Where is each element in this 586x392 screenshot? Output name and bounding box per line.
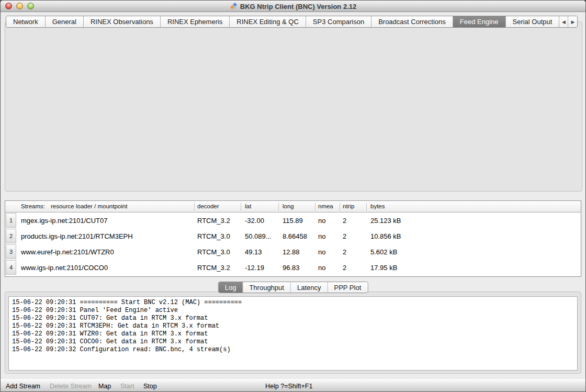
header-ntrip: ntrip xyxy=(343,203,354,209)
table-row[interactable]: mgex.igs-ip.net:2101/CUT07 RTCM_3.2 -32.… xyxy=(5,212,581,228)
header-mountpoint: resource loader / mountpoint xyxy=(51,203,127,209)
header-decoder: decoder xyxy=(197,203,219,209)
delete-stream-button: Delete Stream xyxy=(50,383,92,390)
log-line: 15-06-22 09:20:31 COCO0: Get data in RTC… xyxy=(12,338,574,346)
header-streams: Streams: xyxy=(21,203,45,209)
log-output[interactable]: 15-06-22 09:20:31 ========== Start BNC v… xyxy=(8,296,578,371)
tab-scroll-left-icon[interactable]: ◀ xyxy=(559,16,568,27)
tab-throughput[interactable]: Throughput xyxy=(243,282,291,293)
tab-scroll-right-icon[interactable]: ▶ xyxy=(568,16,577,27)
tab-rinex-editing-qc[interactable]: RINEX Editing & QC xyxy=(230,16,306,27)
title-bar: BKG Ntrip Client (BNC) Version 2.12 xyxy=(1,1,585,12)
tab-network[interactable]: Network xyxy=(6,16,46,27)
tab-general[interactable]: General xyxy=(46,16,84,27)
log-line: 15-06-22 09:20:31 RTCM3EPH: Get data in … xyxy=(12,322,574,330)
log-line: 15-06-22 09:20:31 ========== Start BNC v… xyxy=(12,299,574,307)
start-button: Start xyxy=(120,383,134,390)
tab-rinex-ephemeris[interactable]: RINEX Ephemeris xyxy=(161,16,230,27)
tab-ppp-plot[interactable]: PPP Plot xyxy=(328,282,367,293)
header-long: long xyxy=(283,203,294,209)
window-title: BKG Ntrip Client (BNC) Version 2.12 xyxy=(240,3,356,10)
log-line: 15-06-22 09:20:31 Panel 'Feed Engine' ac… xyxy=(12,307,574,315)
log-line: 15-06-22 09:20:32 Configuration read: BN… xyxy=(12,346,574,354)
log-panel: 15-06-22 09:20:31 ========== Start BNC v… xyxy=(5,292,581,374)
table-row[interactable]: www.igs-ip.net:2101/COCO0 RTCM_3.2 -12.1… xyxy=(5,260,581,275)
header-lat: lat xyxy=(245,203,251,209)
streams-table-header: Streams: resource loader / mountpoint de… xyxy=(5,201,581,212)
tab-feed-engine[interactable]: Feed Engine xyxy=(453,16,506,27)
main-tab-bar: Network General RINEX Observations RINEX… xyxy=(6,16,578,28)
tab-log[interactable]: Log xyxy=(219,282,243,293)
tab-rinex-observations[interactable]: RINEX Observations xyxy=(84,16,161,27)
bottom-toolbar: Add Stream Delete Stream Map Start Stop … xyxy=(1,378,585,392)
bnc-app-icon xyxy=(230,3,238,10)
tab-broadcast-corrections[interactable]: Broadcast Corrections xyxy=(371,16,453,27)
add-stream-button[interactable]: Add Stream xyxy=(6,383,40,390)
header-bytes: bytes xyxy=(370,203,385,209)
table-row[interactable]: products.igs-ip.net:2101/RTCM3EPH RTCM_3… xyxy=(5,228,581,244)
table-row[interactable]: www.euref-ip.net:2101/WTZR0 RTCM_3.0 49.… xyxy=(5,244,581,260)
log-line: 15-06-22 09:20:31 WTZR0: Get data in RTC… xyxy=(12,330,574,338)
streams-table[interactable]: Streams: resource loader / mountpoint de… xyxy=(5,200,581,277)
header-nmea: nmea xyxy=(318,203,333,209)
tab-sp3-comparison[interactable]: SP3 Comparison xyxy=(306,16,371,27)
app-window: BKG Ntrip Client (BNC) Version 2.12 Netw… xyxy=(0,0,586,392)
feed-engine-panel xyxy=(5,21,582,192)
tab-latency[interactable]: Latency xyxy=(291,282,328,293)
log-line: 15-06-22 09:20:31 CUT07: Get data in RTC… xyxy=(12,315,574,322)
map-button[interactable]: Map xyxy=(98,383,111,390)
help-shortcut-label: Help ?=Shift+F1 xyxy=(265,383,312,390)
tab-serial-output[interactable]: Serial Output xyxy=(506,16,560,27)
stop-button[interactable]: Stop xyxy=(143,383,157,390)
log-tab-bar: Log Throughput Latency PPP Plot xyxy=(218,282,368,293)
